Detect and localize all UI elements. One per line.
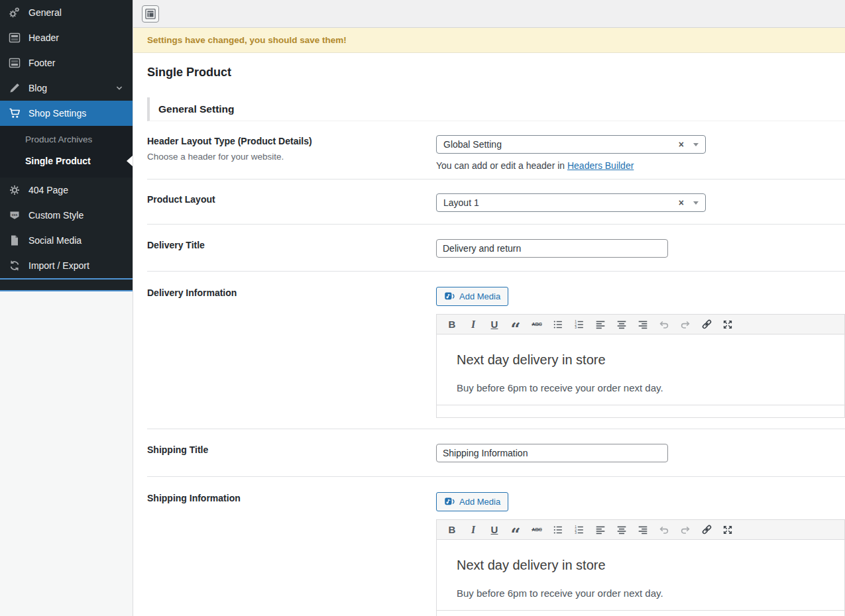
- sidebar-item-header[interactable]: Header: [0, 25, 133, 50]
- select-arrow-icon: [693, 201, 699, 205]
- bold-button[interactable]: B: [442, 521, 462, 539]
- link-button[interactable]: [697, 316, 716, 333]
- row-product-layout: Product Layout Layout 1 ×: [147, 180, 845, 225]
- submenu-item-product-archives[interactable]: Product Archives: [0, 129, 133, 150]
- align-left-icon: [594, 318, 607, 331]
- sidebar-item-import-export[interactable]: Import / Export: [0, 253, 133, 278]
- redo-icon: [679, 318, 692, 331]
- strikethrough-button[interactable]: ABC: [527, 521, 547, 539]
- strikethrough-icon: ABC: [530, 523, 543, 537]
- current-item-arrow: [127, 156, 133, 166]
- underline-button[interactable]: U: [484, 316, 504, 333]
- fullscreen-button[interactable]: [718, 521, 738, 539]
- sidebar-item-blog[interactable]: Blog: [0, 76, 133, 101]
- editor-toolbar: BIU“ABC123: [437, 315, 844, 334]
- link-icon: [700, 523, 713, 537]
- bullet-list-icon: [551, 318, 565, 331]
- sidebar-item-label: Shop Settings: [28, 108, 86, 119]
- redo-button[interactable]: [675, 316, 695, 333]
- page-icon: [8, 234, 21, 247]
- align-right-button[interactable]: [633, 316, 653, 333]
- align-center-button[interactable]: [612, 521, 632, 539]
- sidebar-item-label: Social Media: [28, 235, 82, 246]
- settings-panel: Single Product General Setting Header La…: [133, 53, 845, 616]
- sidebar-toggle-button[interactable]: [142, 5, 159, 23]
- header-layout-icon: [8, 31, 21, 44]
- strikethrough-button[interactable]: ABC: [527, 316, 547, 333]
- bullet-list-button[interactable]: [548, 521, 568, 539]
- numbered-list-button[interactable]: 123: [569, 316, 589, 333]
- redo-button[interactable]: [675, 521, 695, 539]
- header-layout-select[interactable]: Global Setting ×: [436, 135, 706, 154]
- sidebar-item-social-media[interactable]: Social Media: [0, 228, 133, 253]
- notice-text: Settings have changed, you should save t…: [147, 35, 347, 45]
- field-label: Shipping Title: [147, 444, 436, 456]
- fullscreen-icon: [721, 318, 734, 331]
- editor-paragraph: Buy before 6pm to receive your order nex…: [457, 382, 844, 393]
- clear-selection-icon[interactable]: ×: [679, 197, 684, 208]
- wysiwyg-editor: BIU“ABC123 Next day delivery in store Bu…: [436, 314, 845, 418]
- align-center-icon: [615, 318, 628, 331]
- italic-button[interactable]: I: [463, 316, 483, 333]
- bold-icon: B: [445, 523, 459, 537]
- editor-paragraph: Buy before 6pm to receive your order nex…: [457, 588, 844, 599]
- align-right-icon: [636, 523, 649, 537]
- blockquote-button[interactable]: “: [506, 316, 526, 333]
- editor-content[interactable]: Next day delivery in store Buy before 6p…: [437, 540, 844, 610]
- editor-heading: Next day delivery in store: [457, 352, 844, 368]
- field-label: Product Layout: [147, 193, 436, 205]
- blockquote-icon: “: [509, 523, 522, 537]
- sidebar-item-footer[interactable]: Footer: [0, 50, 133, 76]
- editor-content[interactable]: Next day delivery in store Buy before 6p…: [437, 334, 844, 405]
- sidebar-item-label: Header: [28, 32, 59, 43]
- section-general-setting: General Setting: [147, 97, 845, 121]
- shop-settings-submenu: Product Archives Single Product: [0, 126, 133, 178]
- sidebar-item-custom-style[interactable]: css Custom Style: [0, 203, 133, 228]
- align-left-button[interactable]: [591, 316, 610, 333]
- settings-changed-notice: Settings have changed, you should save t…: [133, 28, 845, 53]
- underline-icon: U: [488, 523, 501, 537]
- undo-button[interactable]: [654, 316, 674, 333]
- blockquote-button[interactable]: “: [506, 521, 526, 539]
- sidebar-item-general[interactable]: General: [0, 0, 133, 25]
- editor-statusbar: [437, 610, 844, 616]
- add-media-button[interactable]: Add Media: [436, 492, 508, 511]
- align-right-button[interactable]: [633, 521, 653, 539]
- submenu-item-single-product[interactable]: Single Product: [0, 150, 133, 172]
- numbered-list-icon: 123: [573, 523, 586, 537]
- numbered-list-button[interactable]: 123: [569, 521, 589, 539]
- align-center-button[interactable]: [612, 316, 632, 333]
- italic-button[interactable]: I: [463, 521, 483, 539]
- shipping-title-input[interactable]: [436, 444, 668, 462]
- fullscreen-icon: [721, 523, 734, 537]
- blockquote-icon: “: [509, 318, 522, 331]
- headers-builder-link[interactable]: Headers Builder: [567, 160, 634, 171]
- row-delivery-title: Delivery Title: [147, 225, 845, 272]
- collapse-menu-button[interactable]: [0, 278, 133, 291]
- gears-icon: [8, 6, 21, 19]
- sidebar-item-404-page[interactable]: 404 Page: [0, 178, 133, 203]
- fullscreen-button[interactable]: [718, 316, 738, 333]
- bullet-list-button[interactable]: [548, 316, 568, 333]
- link-button[interactable]: [697, 521, 716, 539]
- align-left-button[interactable]: [591, 521, 610, 539]
- sidebar-item-label: Blog: [28, 83, 47, 93]
- undo-button[interactable]: [654, 521, 674, 539]
- clear-selection-icon[interactable]: ×: [679, 139, 684, 150]
- align-center-icon: [615, 523, 628, 537]
- chevron-down-icon: [114, 83, 125, 93]
- underline-icon: U: [488, 318, 501, 331]
- pencil-icon: [8, 81, 21, 95]
- product-layout-select[interactable]: Layout 1 ×: [436, 193, 706, 212]
- sidebar-item-shop-settings[interactable]: Shop Settings: [0, 101, 133, 126]
- sidebar-item-label: 404 Page: [28, 185, 68, 195]
- field-label: Delivery Information: [147, 287, 436, 299]
- underline-button[interactable]: U: [484, 521, 504, 539]
- row-header-layout-type: Header Layout Type (Product Details) Cho…: [147, 121, 845, 180]
- bold-button[interactable]: B: [442, 316, 462, 333]
- italic-icon: I: [467, 523, 480, 537]
- add-media-button[interactable]: Add Media: [436, 287, 508, 306]
- field-description: Choose a header for your website.: [147, 152, 436, 162]
- undo-icon: [657, 523, 671, 537]
- delivery-title-input[interactable]: [436, 239, 668, 258]
